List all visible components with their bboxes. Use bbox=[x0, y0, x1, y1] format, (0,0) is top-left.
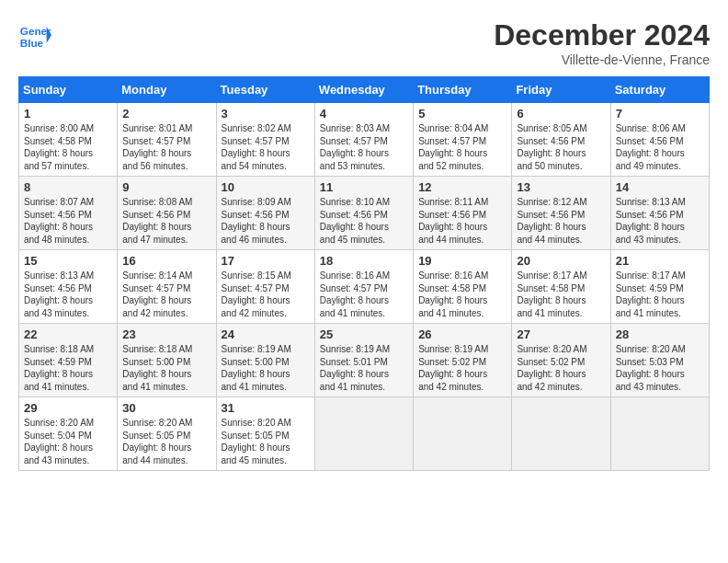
day-number: 9 bbox=[122, 180, 210, 194]
day-number: 30 bbox=[122, 401, 210, 415]
calendar-cell: 21 Sunrise: 8:17 AM Sunset: 4:59 PM Dayl… bbox=[610, 250, 709, 324]
calendar-cell: 19 Sunrise: 8:16 AM Sunset: 4:58 PM Dayl… bbox=[414, 250, 512, 324]
day-info: Sunrise: 8:04 AM Sunset: 4:57 PM Dayligh… bbox=[418, 122, 506, 172]
day-number: 4 bbox=[320, 107, 408, 121]
day-info: Sunrise: 8:05 AM Sunset: 4:56 PM Dayligh… bbox=[517, 122, 605, 172]
day-info: Sunrise: 8:01 AM Sunset: 4:57 PM Dayligh… bbox=[122, 122, 210, 172]
calendar-cell bbox=[314, 397, 413, 471]
calendar-cell: 4 Sunrise: 8:03 AM Sunset: 4:57 PM Dayli… bbox=[314, 103, 413, 177]
calendar-cell: 22 Sunrise: 8:18 AM Sunset: 4:59 PM Dayl… bbox=[19, 324, 118, 397]
col-header-tuesday: Tuesday bbox=[216, 77, 314, 103]
day-number: 5 bbox=[418, 107, 506, 121]
calendar-cell: 17 Sunrise: 8:15 AM Sunset: 4:57 PM Dayl… bbox=[216, 250, 314, 324]
day-info: Sunrise: 8:16 AM Sunset: 4:57 PM Dayligh… bbox=[320, 270, 408, 319]
calendar-cell: 28 Sunrise: 8:20 AM Sunset: 5:03 PM Dayl… bbox=[610, 324, 709, 397]
day-info: Sunrise: 8:12 AM Sunset: 4:56 PM Dayligh… bbox=[517, 196, 605, 246]
day-info: Sunrise: 8:18 AM Sunset: 4:59 PM Dayligh… bbox=[24, 343, 112, 393]
calendar-cell bbox=[414, 397, 512, 471]
calendar-week-row: 1 Sunrise: 8:00 AM Sunset: 4:58 PM Dayli… bbox=[19, 103, 710, 177]
calendar-cell: 23 Sunrise: 8:18 AM Sunset: 5:00 PM Dayl… bbox=[118, 324, 216, 397]
calendar-cell: 15 Sunrise: 8:13 AM Sunset: 4:56 PM Dayl… bbox=[19, 250, 118, 324]
day-number: 17 bbox=[222, 254, 310, 268]
day-number: 20 bbox=[517, 254, 605, 268]
col-header-thursday: Thursday bbox=[414, 77, 512, 103]
calendar-cell: 1 Sunrise: 8:00 AM Sunset: 4:58 PM Dayli… bbox=[19, 103, 118, 177]
day-number: 10 bbox=[222, 180, 310, 194]
day-number: 12 bbox=[418, 180, 506, 194]
calendar-cell: 31 Sunrise: 8:20 AM Sunset: 5:05 PM Dayl… bbox=[216, 397, 314, 471]
calendar-cell: 12 Sunrise: 8:11 AM Sunset: 4:56 PM Dayl… bbox=[414, 177, 512, 250]
day-info: Sunrise: 8:20 AM Sunset: 5:04 PM Dayligh… bbox=[24, 417, 112, 466]
day-number: 29 bbox=[24, 401, 112, 415]
day-info: Sunrise: 8:09 AM Sunset: 4:56 PM Dayligh… bbox=[222, 196, 310, 246]
day-info: Sunrise: 8:13 AM Sunset: 4:56 PM Dayligh… bbox=[616, 196, 704, 246]
day-info: Sunrise: 8:15 AM Sunset: 4:57 PM Dayligh… bbox=[222, 270, 310, 319]
calendar-cell: 29 Sunrise: 8:20 AM Sunset: 5:04 PM Dayl… bbox=[19, 397, 118, 471]
day-number: 6 bbox=[517, 107, 605, 121]
calendar-header-row: SundayMondayTuesdayWednesdayThursdayFrid… bbox=[19, 77, 710, 103]
day-info: Sunrise: 8:06 AM Sunset: 4:56 PM Dayligh… bbox=[616, 122, 704, 172]
month-title: December 2024 bbox=[494, 18, 710, 52]
day-info: Sunrise: 8:07 AM Sunset: 4:56 PM Dayligh… bbox=[24, 196, 112, 246]
calendar-cell: 10 Sunrise: 8:09 AM Sunset: 4:56 PM Dayl… bbox=[216, 177, 314, 250]
calendar-week-row: 29 Sunrise: 8:20 AM Sunset: 5:04 PM Dayl… bbox=[19, 397, 710, 471]
logo-icon: General Blue bbox=[18, 18, 51, 52]
col-header-friday: Friday bbox=[512, 77, 610, 103]
calendar-cell: 14 Sunrise: 8:13 AM Sunset: 4:56 PM Dayl… bbox=[610, 177, 709, 250]
day-info: Sunrise: 8:20 AM Sunset: 5:02 PM Dayligh… bbox=[517, 343, 605, 393]
day-info: Sunrise: 8:19 AM Sunset: 5:02 PM Dayligh… bbox=[418, 343, 506, 393]
day-number: 2 bbox=[122, 107, 210, 121]
calendar-cell: 30 Sunrise: 8:20 AM Sunset: 5:05 PM Dayl… bbox=[118, 397, 216, 471]
day-info: Sunrise: 8:03 AM Sunset: 4:57 PM Dayligh… bbox=[320, 122, 408, 172]
day-number: 19 bbox=[418, 254, 506, 268]
col-header-monday: Monday bbox=[118, 77, 216, 103]
day-number: 8 bbox=[24, 180, 112, 194]
day-info: Sunrise: 8:16 AM Sunset: 4:58 PM Dayligh… bbox=[418, 270, 506, 319]
col-header-saturday: Saturday bbox=[610, 77, 709, 103]
calendar-cell: 2 Sunrise: 8:01 AM Sunset: 4:57 PM Dayli… bbox=[118, 103, 216, 177]
day-number: 24 bbox=[222, 327, 310, 341]
day-info: Sunrise: 8:17 AM Sunset: 4:59 PM Dayligh… bbox=[616, 270, 704, 319]
day-number: 18 bbox=[320, 254, 408, 268]
day-number: 26 bbox=[418, 327, 506, 341]
day-info: Sunrise: 8:18 AM Sunset: 5:00 PM Dayligh… bbox=[122, 343, 210, 393]
col-header-wednesday: Wednesday bbox=[314, 77, 413, 103]
day-number: 23 bbox=[122, 327, 210, 341]
day-number: 13 bbox=[517, 180, 605, 194]
day-info: Sunrise: 8:14 AM Sunset: 4:57 PM Dayligh… bbox=[122, 270, 210, 319]
day-info: Sunrise: 8:10 AM Sunset: 4:56 PM Dayligh… bbox=[320, 196, 408, 246]
calendar-cell: 18 Sunrise: 8:16 AM Sunset: 4:57 PM Dayl… bbox=[314, 250, 413, 324]
calendar-cell: 3 Sunrise: 8:02 AM Sunset: 4:57 PM Dayli… bbox=[216, 103, 314, 177]
day-number: 21 bbox=[616, 254, 704, 268]
logo: General Blue bbox=[18, 18, 51, 52]
day-info: Sunrise: 8:00 AM Sunset: 4:58 PM Dayligh… bbox=[24, 122, 112, 172]
day-number: 11 bbox=[320, 180, 408, 194]
day-info: Sunrise: 8:13 AM Sunset: 4:56 PM Dayligh… bbox=[24, 270, 112, 319]
day-info: Sunrise: 8:11 AM Sunset: 4:56 PM Dayligh… bbox=[418, 196, 506, 246]
day-number: 3 bbox=[222, 107, 310, 121]
col-header-sunday: Sunday bbox=[19, 77, 118, 103]
calendar-cell: 5 Sunrise: 8:04 AM Sunset: 4:57 PM Dayli… bbox=[414, 103, 512, 177]
title-area: December 2024 Villette-de-Vienne, France bbox=[494, 18, 710, 67]
day-number: 14 bbox=[616, 180, 704, 194]
day-number: 16 bbox=[122, 254, 210, 268]
day-info: Sunrise: 8:19 AM Sunset: 5:00 PM Dayligh… bbox=[222, 343, 310, 393]
calendar-week-row: 8 Sunrise: 8:07 AM Sunset: 4:56 PM Dayli… bbox=[19, 177, 710, 250]
calendar-cell: 11 Sunrise: 8:10 AM Sunset: 4:56 PM Dayl… bbox=[314, 177, 413, 250]
day-number: 27 bbox=[517, 327, 605, 341]
calendar-cell: 13 Sunrise: 8:12 AM Sunset: 4:56 PM Dayl… bbox=[512, 177, 610, 250]
calendar-cell bbox=[512, 397, 610, 471]
day-number: 31 bbox=[222, 401, 310, 415]
calendar-cell bbox=[610, 397, 709, 471]
calendar-cell: 6 Sunrise: 8:05 AM Sunset: 4:56 PM Dayli… bbox=[512, 103, 610, 177]
calendar-week-row: 15 Sunrise: 8:13 AM Sunset: 4:56 PM Dayl… bbox=[19, 250, 710, 324]
day-info: Sunrise: 8:08 AM Sunset: 4:56 PM Dayligh… bbox=[122, 196, 210, 246]
day-info: Sunrise: 8:20 AM Sunset: 5:05 PM Dayligh… bbox=[122, 417, 210, 466]
header: General Blue December 2024 Villette-de-V… bbox=[18, 18, 710, 67]
day-info: Sunrise: 8:02 AM Sunset: 4:57 PM Dayligh… bbox=[222, 122, 310, 172]
svg-text:Blue: Blue bbox=[20, 37, 44, 49]
location-subtitle: Villette-de-Vienne, France bbox=[494, 52, 710, 67]
calendar-cell: 9 Sunrise: 8:08 AM Sunset: 4:56 PM Dayli… bbox=[118, 177, 216, 250]
calendar-cell: 27 Sunrise: 8:20 AM Sunset: 5:02 PM Dayl… bbox=[512, 324, 610, 397]
calendar-cell: 16 Sunrise: 8:14 AM Sunset: 4:57 PM Dayl… bbox=[118, 250, 216, 324]
